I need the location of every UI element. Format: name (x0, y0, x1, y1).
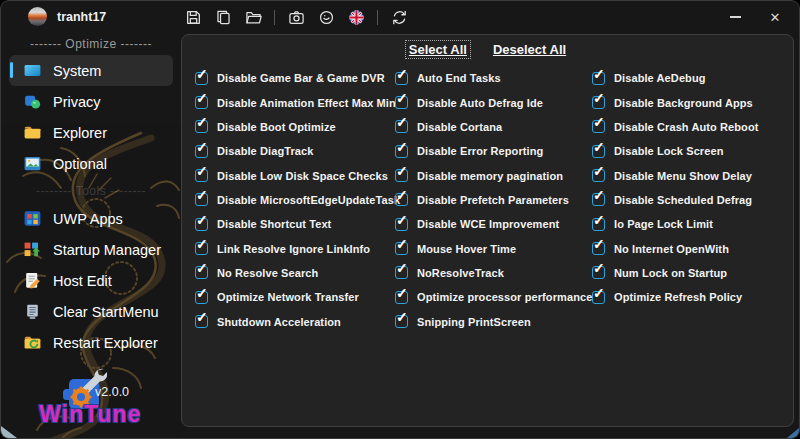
checkbox[interactable]: ✓ (592, 242, 605, 255)
checkbox[interactable]: ✓ (195, 291, 208, 304)
checkbox-item[interactable]: ✓Auto End Tasks (395, 66, 592, 90)
checkmark-icon: ✓ (593, 114, 605, 130)
checkbox-item[interactable]: ✓NoResolveTrack (395, 261, 592, 285)
refresh-button[interactable] (387, 5, 411, 29)
checkbox-item[interactable]: ✓Link Resolve Ignore LinkInfo (195, 236, 400, 260)
main-panel: Select All Deselect All ✓Disable Game Ba… (181, 34, 794, 427)
checkbox-label: Disable MicrosoftEdgeUpdateTask (217, 194, 400, 206)
checkbox-item[interactable]: ✓Disable Cortana (395, 115, 592, 139)
sidebar-item-startup-manager[interactable]: Startup Manager (9, 234, 173, 265)
theme-button[interactable] (314, 5, 338, 29)
checkbox-item[interactable]: ✓Shutdown Acceleration (195, 309, 400, 333)
checkbox[interactable]: ✓ (195, 218, 208, 231)
checkbox[interactable]: ✓ (592, 218, 605, 231)
checkbox[interactable]: ✓ (395, 242, 408, 255)
deselect-all-link[interactable]: Deselect All (490, 41, 569, 58)
checkmark-icon: ✓ (196, 187, 208, 203)
checkbox-item[interactable]: ✓Disable Scheduled Defrag (592, 188, 759, 212)
checkbox[interactable]: ✓ (195, 315, 208, 328)
checkbox-item[interactable]: ✓Disable Prefetch Parameters (395, 188, 592, 212)
checkbox-label: Disable Shortcut Text (217, 218, 331, 230)
sidebar-item-optional[interactable]: Optional (9, 148, 173, 179)
checkbox[interactable]: ✓ (395, 72, 408, 85)
checkbox-item[interactable]: ✓Optimize processor performance (395, 285, 592, 309)
checkbox-item[interactable]: ✓No Resolve Search (195, 261, 400, 285)
checkbox[interactable]: ✓ (592, 145, 605, 158)
checkbox-item[interactable]: ✓Mouse Hover Time (395, 236, 592, 260)
checkbox-item[interactable]: ✓Disable memory pagination (395, 163, 592, 187)
nav-section-label: ------- Optimize ------- (1, 33, 181, 55)
screenshot-icon (288, 9, 305, 26)
checkbox-item[interactable]: ✓Disable Game Bar & Game DVR (195, 66, 400, 90)
checkbox-item[interactable]: ✓Io Page Lock Limit (592, 212, 759, 236)
checkbox-item[interactable]: ✓Disable Crash Auto Reboot (592, 115, 759, 139)
checkbox-item[interactable]: ✓Disable AeDebug (592, 66, 759, 90)
checkbox-item[interactable]: ✓Disable DiagTrack (195, 139, 400, 163)
checkbox[interactable]: ✓ (395, 315, 408, 328)
checkbox-item[interactable]: ✓Snipping PrintScreen (395, 309, 592, 333)
checkbox-label: Disable DiagTrack (217, 145, 313, 157)
checkbox[interactable]: ✓ (395, 266, 408, 279)
checkbox-item[interactable]: ✓Disable Auto Defrag Ide (395, 90, 592, 114)
checkbox[interactable]: ✓ (592, 120, 605, 133)
checkbox[interactable]: ✓ (592, 193, 605, 206)
close-button[interactable]: ✕ (755, 1, 795, 33)
checkbox-item[interactable]: ✓Optimize Network Transfer (195, 285, 400, 309)
checkmark-icon: ✓ (396, 90, 408, 106)
checkbox-item[interactable]: ✓Disable Lock Screen (592, 139, 759, 163)
checkbox[interactable]: ✓ (195, 145, 208, 158)
copy-button[interactable] (211, 5, 235, 29)
checkbox[interactable]: ✓ (395, 291, 408, 304)
checkbox[interactable]: ✓ (395, 96, 408, 109)
checkbox-item[interactable]: ✓Disable Boot Optimize (195, 115, 400, 139)
checkbox[interactable]: ✓ (395, 218, 408, 231)
checkbox-item[interactable]: ✓No Internet OpenWith (592, 236, 759, 260)
checkbox-item[interactable]: ✓Disable Menu Show Delay (592, 163, 759, 187)
checkbox-item[interactable]: ✓Disable Background Apps (592, 90, 759, 114)
toolbar-separator (377, 10, 378, 25)
sidebar-item-uwp-apps[interactable]: UWP Apps (9, 203, 173, 234)
checkbox-item[interactable]: ✓Disable Shortcut Text (195, 212, 400, 236)
sidebar-item-host-edit[interactable]: Host Edit (9, 265, 173, 296)
save-button[interactable] (181, 5, 205, 29)
checkbox[interactable]: ✓ (395, 169, 408, 182)
checkbox[interactable]: ✓ (195, 266, 208, 279)
checkbox[interactable]: ✓ (195, 96, 208, 109)
sidebar-item-explorer[interactable]: Explorer (9, 117, 173, 148)
sidebar-item-clear-startmenu[interactable]: Clear StartMenu (9, 296, 173, 327)
checkbox[interactable]: ✓ (195, 169, 208, 182)
checkmark-icon: ✓ (593, 139, 605, 155)
checkbox-item[interactable]: ✓Optimize Refresh Policy (592, 285, 759, 309)
checkbox[interactable]: ✓ (195, 242, 208, 255)
checkbox[interactable]: ✓ (592, 291, 605, 304)
minimize-button[interactable] (715, 1, 755, 33)
checkbox-item[interactable]: ✓Num Lock on Startup (592, 261, 759, 285)
checkbox[interactable]: ✓ (592, 169, 605, 182)
checkbox[interactable]: ✓ (195, 120, 208, 133)
checkbox[interactable]: ✓ (395, 193, 408, 206)
screenshot-button[interactable] (284, 5, 308, 29)
select-all-link[interactable]: Select All (406, 41, 470, 58)
checkbox[interactable]: ✓ (195, 193, 208, 206)
open-folder-button[interactable] (241, 5, 265, 29)
checkbox[interactable]: ✓ (395, 145, 408, 158)
checkbox[interactable]: ✓ (592, 72, 605, 85)
uk-flag-button[interactable] (344, 5, 368, 29)
checkbox-item[interactable]: ✓Disable Low Disk Space Checks (195, 163, 400, 187)
checkbox[interactable]: ✓ (592, 96, 605, 109)
sidebar-item-privacy[interactable]: Privacy (9, 86, 173, 117)
version-label: v2.0.0 (95, 385, 129, 399)
checkbox[interactable]: ✓ (592, 266, 605, 279)
sidebar-item-system[interactable]: System (9, 55, 173, 86)
sidebar-item-restart-explorer[interactable]: Restart Explorer (9, 327, 173, 358)
checkmark-icon: ✓ (396, 212, 408, 228)
startup-manager-icon (22, 240, 42, 260)
checkbox-item[interactable]: ✓Disable Animation Effect Max Min (195, 90, 400, 114)
checkmark-icon: ✓ (196, 66, 208, 82)
checkbox-item[interactable]: ✓Disable Error Reporting (395, 139, 592, 163)
checkbox-item[interactable]: ✓Disable MicrosoftEdgeUpdateTask (195, 188, 400, 212)
checkbox-item[interactable]: ✓Disable WCE Improvement (395, 212, 592, 236)
checkbox[interactable]: ✓ (395, 120, 408, 133)
explorer-folder-icon (22, 123, 42, 143)
checkbox[interactable]: ✓ (195, 72, 208, 85)
